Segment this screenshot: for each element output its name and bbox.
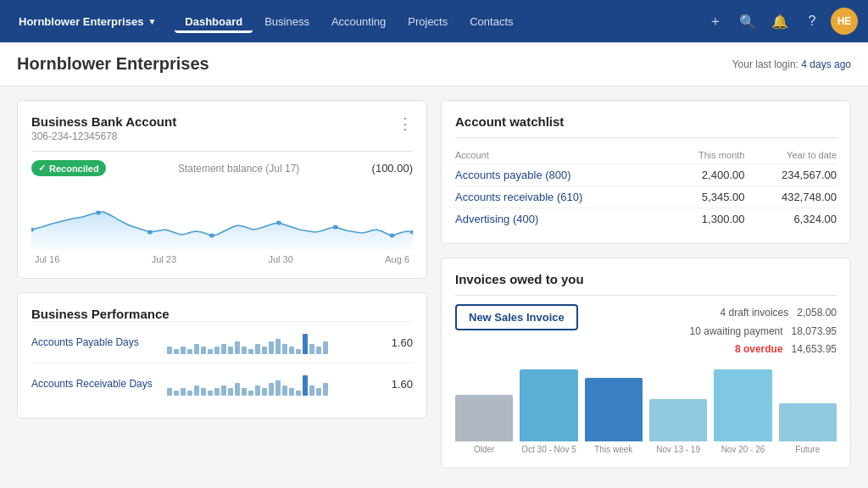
bar [714,369,771,441]
watchlist-col-account: Account [455,147,668,164]
last-login: Your last login: 4 days ago [732,58,851,70]
invoices-header: New Sales Invoice 4 draft invoices 2,058… [455,304,837,359]
bank-account-title: Business Bank Account [31,114,176,129]
invoice-stat: 8 overdue 14,653.95 [690,341,837,359]
more-options-icon[interactable]: ⋮ [398,114,413,133]
watchlist-title: Account watchlist [455,114,837,129]
perf-label-1[interactable]: Accounts Receivable Days [31,378,159,390]
help-icon[interactable]: ? [798,8,826,35]
add-icon[interactable]: ＋ [702,8,729,35]
chart-labels: Jul 16 Jul 23 Jul 30 Aug 6 [31,254,413,264]
bar-group: Future [779,369,837,454]
invoice-bar-chart: Older Oct 30 - Nov 5 This week Nov 13 - … [455,369,837,454]
watchlist-thismonth: 5,345.00 [668,186,745,208]
bar-label: Future [795,445,820,454]
bar [455,395,513,441]
brand-button[interactable]: Hornblower Enterprises ▼ [10,10,164,33]
bank-account-number: 306-234-12345678 [31,130,176,142]
watchlist-row: Accounts payable (800) 2,400.00 234,567.… [455,164,837,186]
brand-name: Hornblower Enterprises [19,15,143,28]
reconcile-row: ✓ Reconciled Statement balance (Jul 17) … [31,160,413,176]
invoice-stat: 10 awaiting payment 18,073.95 [690,323,837,341]
watchlist-row: Advertising (400) 1,300.00 6,324.00 [455,208,837,230]
bar-group: Oct 30 - Nov 5 [520,369,577,454]
watchlist-account[interactable]: Advertising (400) [455,208,668,230]
check-icon: ✓ [38,163,46,174]
watchlist-thismonth: 1,300.00 [668,208,745,230]
watchlist-ytd: 432,748.00 [744,186,837,208]
perf-value-1: 1.60 [387,378,413,391]
perf-value-0: 1.60 [387,336,413,349]
nav-projects[interactable]: Projects [398,10,458,33]
page-title: Hornblower Enterprises [17,54,209,74]
page-header: Hornblower Enterprises Your last login: … [0,42,868,86]
performance-card: Business Performance Accounts Payable Da… [17,292,427,419]
svg-point-4 [276,221,281,225]
watchlist-ytd: 6,324.00 [744,208,837,230]
perf-bars-0 [167,330,379,354]
watchlist-ytd: 234,567.00 [744,164,837,186]
svg-point-2 [147,230,153,235]
perf-row-1: Accounts Receivable Days 1.60 [31,363,413,404]
watchlist-col-thismonth: This month [668,147,745,164]
nav-accounting[interactable]: Accounting [321,10,396,33]
svg-point-3 [209,234,214,238]
bar-group: This week [585,369,643,454]
bank-chart [31,183,413,251]
svg-point-5 [333,225,338,230]
invoices-title: Invoices owed to you [455,272,837,286]
svg-point-6 [390,234,395,238]
watchlist-table: Account This month Year to date Accounts… [455,147,837,230]
nav-links: Dashboard Business Accounting Projects C… [175,10,698,33]
nav-actions: ＋ 🔍 🔔 ? HE [702,8,858,35]
bar [585,378,643,441]
main-content: Business Bank Account 306-234-12345678 ⋮… [0,86,868,482]
invoice-stats: 4 draft invoices 2,058.00 10 awaiting pa… [690,304,837,359]
watchlist-thismonth: 2,400.00 [668,164,745,186]
watchlist-account[interactable]: Accounts payable (800) [455,164,668,186]
bar-label: Oct 30 - Nov 5 [521,445,576,454]
bar-label: Nov 13 - 19 [656,445,700,454]
performance-title: Business Performance [31,307,413,321]
bell-icon[interactable]: 🔔 [766,8,793,35]
nav-contacts[interactable]: Contacts [459,10,523,33]
bar-group: Older [455,369,513,454]
bar [520,369,577,441]
perf-bars-1 [167,372,379,396]
bar [779,403,837,441]
watchlist-row: Accounts receivable (610) 5,345.00 432,7… [455,186,837,208]
svg-point-1 [96,211,101,215]
bank-account-card: Business Bank Account 306-234-12345678 ⋮… [17,100,427,279]
nav-dashboard[interactable]: Dashboard [175,10,253,33]
invoices-card: Invoices owed to you New Sales Invoice 4… [441,258,851,469]
statement-label: Statement balance (Jul 17) [113,163,365,175]
reconcile-badge: ✓ Reconciled [31,160,106,176]
bar-group: Nov 20 - 26 [714,369,771,454]
bar-group: Nov 13 - 19 [649,369,707,454]
nav-business[interactable]: Business [254,10,320,33]
avatar[interactable]: HE [831,8,858,35]
bar-label: This week [594,445,632,454]
bar-label: Nov 20 - 26 [721,445,765,454]
search-icon[interactable]: 🔍 [734,8,761,35]
watchlist-col-ytd: Year to date [744,147,837,164]
statement-amount: (100.00) [372,162,413,175]
watchlist-account[interactable]: Accounts receivable (610) [455,186,668,208]
perf-row-0: Accounts Payable Days 1.60 [31,321,413,363]
new-invoice-button[interactable]: New Sales Invoice [455,304,578,330]
bar [649,399,707,441]
navbar: Hornblower Enterprises ▼ Dashboard Busin… [0,0,868,42]
perf-label-0[interactable]: Accounts Payable Days [31,336,159,348]
watchlist-card: Account watchlist Account This month Yea… [441,100,851,244]
invoice-stat: 4 draft invoices 2,058.00 [690,304,837,323]
brand-chevron-icon: ▼ [147,17,156,26]
bar-label: Older [474,445,494,454]
